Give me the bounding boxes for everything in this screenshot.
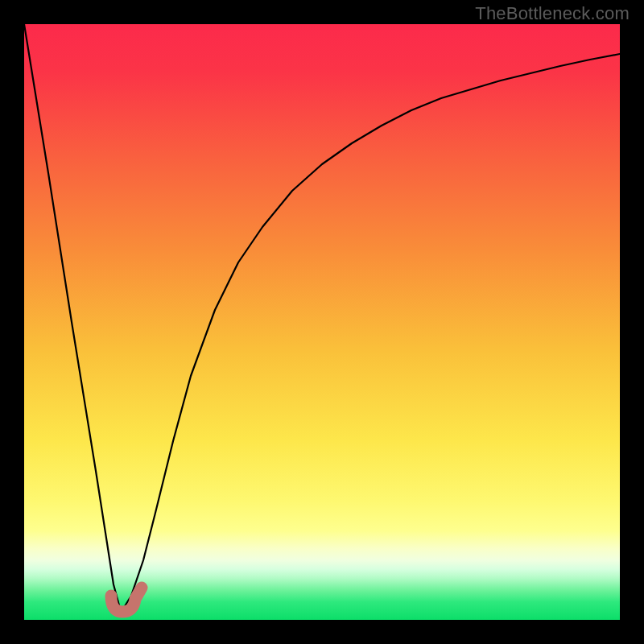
plot-area [24, 24, 620, 620]
watermark-text: TheBottleneck.com [475, 3, 630, 24]
plot-svg [24, 24, 620, 620]
chart-frame: TheBottleneck.com [0, 0, 644, 644]
gradient-background [24, 24, 620, 620]
